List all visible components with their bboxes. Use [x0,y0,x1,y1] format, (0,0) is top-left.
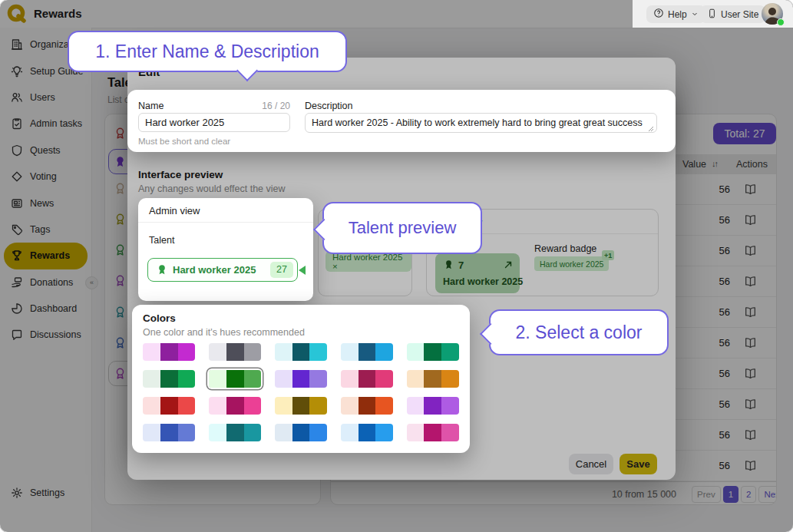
color-cell [178,397,196,415]
user-site-label: User Site [721,9,758,20]
color-swatch[interactable] [143,343,195,361]
color-palette-grid [143,343,459,451]
color-cell [359,397,376,415]
color-cell [292,424,310,441]
callout-text: 2. Select a color [516,322,643,343]
color-cell [160,397,178,415]
description-textarea[interactable]: Hard worker 2025 - Ability to work extre… [305,113,657,133]
talent-chip-count: 27 [270,262,293,278]
color-cell [209,343,226,361]
app-window: Rewards Help User Site OrganizationSetup… [0,0,793,532]
description-value: Hard worker 2025 - Ability to work extre… [312,117,643,128]
color-swatch[interactable] [275,343,327,361]
question-circle-icon [653,8,664,21]
color-swatch[interactable] [143,424,195,441]
color-cell [244,370,262,388]
admin-view-header: Admin view [138,198,313,223]
talent-label: Talent [149,235,174,246]
color-cell [226,424,244,441]
talent-chip-label: Hard worker 2025 [173,264,256,276]
color-cell [160,370,178,388]
color-swatch[interactable] [275,370,327,388]
color-cell [424,397,441,415]
color-cell [209,424,226,441]
color-swatch[interactable] [407,370,459,388]
admin-view-preview-card: Admin view Talent Hard worker 2025 27 [138,198,313,301]
name-input[interactable] [138,113,290,132]
color-swatch[interactable] [407,424,459,441]
color-cell [375,370,393,388]
color-cell [226,370,244,388]
color-swatch[interactable] [209,424,261,441]
color-cell [209,370,226,388]
color-cell [441,343,459,361]
talent-chip: Hard worker 2025 27 [147,258,298,282]
tour-callout-talent-preview: Talent preview [322,202,482,254]
color-cell [341,397,359,415]
color-cell [244,424,262,441]
color-cell [375,397,393,415]
help-label: Help [668,9,687,20]
color-cell [359,370,376,388]
color-cell [407,397,425,415]
color-cell [407,370,425,388]
user-site-button[interactable]: User Site [700,5,765,23]
phone-icon [707,8,717,21]
colors-heading: Colors [143,312,176,324]
color-cell [209,397,226,415]
tour-callout-name-description: 1. Enter Name & Description [68,31,347,72]
color-cell [143,424,160,441]
color-cell [341,424,359,441]
color-cell [341,343,359,361]
color-cell [309,397,327,415]
color-cell [441,397,459,415]
color-swatch[interactable] [143,370,195,388]
resize-handle-icon[interactable] [648,124,654,130]
name-description-section: Name 16 / 20 Must be short and clear Des… [127,90,676,152]
top-bar-right-cluster: Help User Site [633,0,793,28]
name-field-label: Name [138,101,164,111]
color-swatch[interactable] [407,343,459,361]
callout-text: Talent preview [349,218,457,238]
color-cell [309,370,327,388]
color-cell [441,370,459,388]
color-cell [226,343,244,361]
color-cell [244,397,262,415]
color-cell [275,370,292,388]
color-cell [424,424,441,441]
color-swatch[interactable] [341,343,393,361]
name-char-counter: 16 / 20 [250,101,290,111]
color-cell [441,424,459,441]
color-cell [244,343,262,361]
tour-callout-select-color: 2. Select a color [489,309,669,355]
color-swatch[interactable] [341,397,393,415]
color-cell [375,424,393,441]
color-swatch[interactable] [209,397,261,415]
colors-section: Colors One color and it's hues recommend… [132,305,470,453]
color-swatch[interactable] [275,397,327,415]
colors-subheading: One color and it's hues recommended [143,327,305,338]
color-cell [143,397,160,415]
chevron-down-icon [691,9,699,20]
color-cell [143,343,160,361]
color-cell [160,343,178,361]
admin-view-title: Admin view [149,205,200,216]
color-cell [226,397,244,415]
color-swatch[interactable] [341,370,393,388]
color-swatch[interactable] [275,424,327,441]
online-status-dot [777,18,785,26]
callout-text: 1. Enter Name & Description [95,41,319,62]
help-button[interactable]: Help [646,5,705,23]
color-cell [160,424,178,441]
color-swatch[interactable] [143,397,195,415]
color-cell [359,424,376,441]
color-swatch-selected[interactable] [209,370,261,388]
description-field-label: Description [305,101,353,111]
color-cell [359,343,376,361]
color-swatch[interactable] [209,343,261,361]
color-cell [309,343,327,361]
color-cell [424,343,441,361]
color-swatch[interactable] [407,397,459,415]
color-swatch[interactable] [341,424,393,441]
color-cell [375,343,393,361]
